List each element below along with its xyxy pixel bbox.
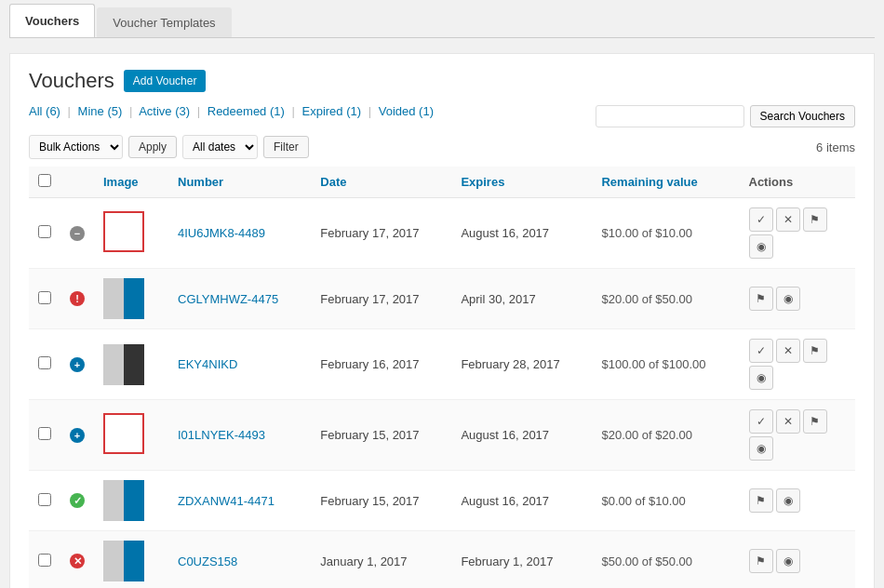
row-date-5: January 1, 2017 <box>311 531 451 589</box>
row-image-4 <box>94 471 168 531</box>
th-image: Image <box>94 167 168 198</box>
row-number-1: CGLYMHWZ-4475 <box>168 269 311 329</box>
row-actions-1: ⚑◉ <box>740 269 856 329</box>
table-row: + EKY4NIKD February 16, 2017 February 28… <box>29 329 855 400</box>
filter-active[interactable]: Active (3) <box>139 104 190 118</box>
action-tag-button[interactable]: ⚑ <box>803 339 827 363</box>
row-actions-4: ⚑◉ <box>740 471 856 531</box>
add-voucher-button[interactable]: Add Voucher <box>124 70 207 92</box>
sep5: | <box>368 104 371 118</box>
row-expires-5: February 1, 2017 <box>451 531 592 589</box>
th-actions: Actions <box>740 167 856 198</box>
row-number-3: I01LNYEK-4493 <box>168 400 311 471</box>
action-x-button[interactable]: ✕ <box>776 339 800 363</box>
sep4: | <box>291 104 294 118</box>
select-all-checkbox-top[interactable] <box>38 174 51 187</box>
action-eye-button[interactable]: ◉ <box>776 488 800 513</box>
row-checkbox-0[interactable] <box>38 225 51 238</box>
title-row: Vouchers Add Voucher <box>29 69 855 93</box>
row-image-1 <box>94 269 168 329</box>
table-row: + I01LNYEK-4493 February 15, 2017 August… <box>29 400 855 471</box>
sep1: | <box>68 104 71 118</box>
tab-voucher-templates[interactable]: Voucher Templates <box>97 7 231 37</box>
filter-redeemed[interactable]: Redeemed (1) <box>208 104 285 118</box>
table-row: ✓ ZDXANW41-4471 February 15, 2017 August… <box>29 471 855 531</box>
vouchers-table: Image Number Date Expires Remaining valu… <box>29 167 855 588</box>
row-actions-5: ⚑◉ <box>740 531 856 589</box>
tab-vouchers[interactable]: Vouchers <box>9 4 95 37</box>
row-remaining-5: $50.00 of $50.00 <box>592 531 739 589</box>
items-count-top: 6 items <box>816 140 855 154</box>
action-x-button[interactable]: ✕ <box>776 207 800 232</box>
action-eye-button[interactable]: ◉ <box>749 366 773 390</box>
row-checkbox-1[interactable] <box>38 291 51 304</box>
search-button[interactable]: Search Vouchers <box>750 105 855 127</box>
filter-voided[interactable]: Voided (1) <box>379 104 434 118</box>
row-number-2: EKY4NIKD <box>168 329 311 400</box>
action-check-button[interactable]: ✓ <box>749 409 773 434</box>
bulk-actions-select[interactable]: Bulk Actions <box>29 135 123 159</box>
action-check-button[interactable]: ✓ <box>749 207 773 232</box>
row-checkbox-4[interactable] <box>38 493 51 506</box>
top-toolbar: Bulk Actions Apply All dates Filter 6 it… <box>29 135 855 159</box>
action-tag-button[interactable]: ⚑ <box>803 409 827 434</box>
row-number-5: C0UZS158 <box>168 531 311 589</box>
th-date: Date <box>311 167 451 198</box>
row-status-0: − <box>60 198 94 269</box>
action-check-button[interactable]: ✓ <box>749 339 773 363</box>
row-checkbox-2[interactable] <box>38 356 51 369</box>
row-actions-2: ✓✕⚑◉ <box>740 329 856 400</box>
action-eye-button[interactable]: ◉ <box>749 234 773 259</box>
main-content: Vouchers Add Voucher All (6) | Mine (5) … <box>9 53 875 588</box>
th-remaining: Remaining value <box>592 167 739 198</box>
filter-expired[interactable]: Expired (1) <box>302 104 362 118</box>
row-image-5 <box>94 531 168 589</box>
row-status-2: + <box>60 329 94 400</box>
th-number: Number <box>168 167 311 198</box>
action-tag-button[interactable]: ⚑ <box>749 549 773 573</box>
action-tag-button[interactable]: ⚑ <box>803 207 827 232</box>
row-remaining-1: $20.00 of $50.00 <box>592 269 739 329</box>
action-eye-button[interactable]: ◉ <box>749 436 773 461</box>
row-expires-1: April 30, 2017 <box>451 269 592 329</box>
apply-button-top[interactable]: Apply <box>128 136 177 158</box>
row-date-2: February 16, 2017 <box>311 329 451 400</box>
row-expires-2: February 28, 2017 <box>451 329 592 400</box>
filter-mine[interactable]: Mine (5) <box>78 104 123 118</box>
th-expires: Expires <box>451 167 592 198</box>
row-status-4: ✓ <box>60 471 94 531</box>
row-image-3 <box>94 400 168 471</box>
table-head: Image Number Date Expires Remaining valu… <box>29 167 855 198</box>
row-date-3: February 15, 2017 <box>311 400 451 471</box>
row-remaining-2: $100.00 of $100.00 <box>592 329 739 400</box>
row-remaining-0: $10.00 of $10.00 <box>592 198 739 269</box>
filter-all[interactable]: All (6) <box>29 104 60 118</box>
action-eye-button[interactable]: ◉ <box>776 287 800 311</box>
th-status <box>60 167 94 198</box>
row-number-0: 4IU6JMK8-4489 <box>168 198 311 269</box>
row-number-4: ZDXANW41-4471 <box>168 471 311 531</box>
row-date-0: February 17, 2017 <box>311 198 451 269</box>
filter-button[interactable]: Filter <box>263 136 309 158</box>
table-body: − 4IU6JMK8-4489 February 17, 2017 August… <box>29 198 855 589</box>
action-x-button[interactable]: ✕ <box>776 409 800 434</box>
date-filter-select[interactable]: All dates <box>182 135 258 159</box>
row-status-3: + <box>60 400 94 471</box>
row-date-4: February 15, 2017 <box>311 471 451 531</box>
row-image-2 <box>94 329 168 400</box>
action-tag-button[interactable]: ⚑ <box>749 287 773 311</box>
row-remaining-4: $0.00 of $10.00 <box>592 471 739 531</box>
row-checkbox-5[interactable] <box>38 554 51 567</box>
row-expires-4: August 16, 2017 <box>451 471 592 531</box>
table-row: ✕ C0UZS158 January 1, 2017 February 1, 2… <box>29 531 855 589</box>
sep3: | <box>197 104 200 118</box>
filter-links: All (6) | Mine (5) | Active (3) | Redeem… <box>29 104 434 118</box>
row-checkbox-3[interactable] <box>38 427 51 440</box>
search-input[interactable] <box>596 105 744 127</box>
table-row: − 4IU6JMK8-4489 February 17, 2017 August… <box>29 198 855 269</box>
row-expires-3: August 16, 2017 <box>451 400 592 471</box>
action-tag-button[interactable]: ⚑ <box>749 488 773 513</box>
row-expires-0: August 16, 2017 <box>451 198 592 269</box>
action-eye-button[interactable]: ◉ <box>776 549 800 573</box>
sep2: | <box>129 104 132 118</box>
